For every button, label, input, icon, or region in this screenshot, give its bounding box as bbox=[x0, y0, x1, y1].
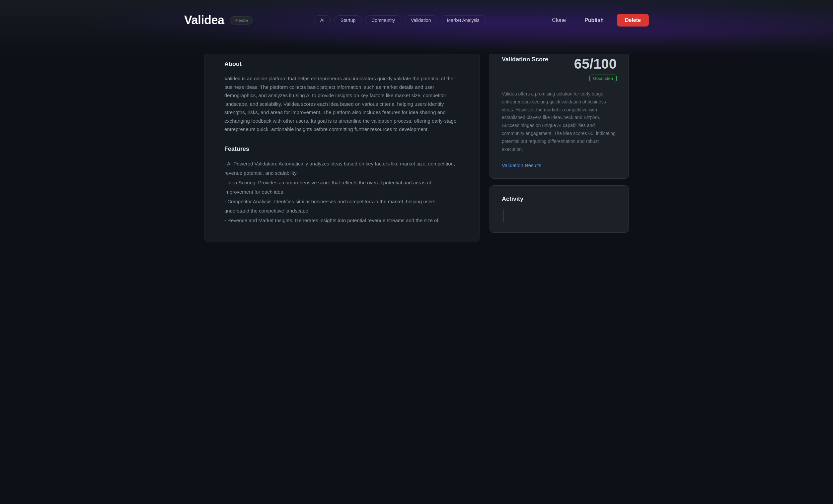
score-block: 65/100 Good idea bbox=[574, 56, 617, 82]
clone-button[interactable]: Clone bbox=[547, 15, 571, 26]
private-badge: Private bbox=[230, 16, 253, 25]
tag-validation[interactable]: Validation bbox=[405, 15, 437, 25]
score-badge: Good idea bbox=[589, 75, 617, 82]
left-panel: About Validea is an online platform that… bbox=[204, 44, 480, 242]
features-title: Features bbox=[224, 146, 459, 153]
activity-card: Activity bbox=[490, 185, 629, 233]
validation-results-link[interactable]: Validation Results bbox=[502, 162, 541, 168]
feature-item-1: - AI-Powered Validation: Automatically a… bbox=[224, 159, 459, 178]
activity-title: Activity bbox=[502, 196, 617, 203]
tag-ai[interactable]: AI bbox=[314, 15, 331, 25]
tag-community[interactable]: Community bbox=[365, 15, 401, 25]
validation-header: Validation Score 65/100 Good idea bbox=[502, 56, 617, 82]
feature-item-2: - Idea Scoring: Provides a comprehensive… bbox=[224, 178, 459, 197]
about-body: Validea is an online platform that helps… bbox=[224, 74, 459, 134]
main-content: About Validea is an online platform that… bbox=[184, 44, 649, 262]
feature-item-4: - Revenue and Market Insights: Generates… bbox=[224, 216, 459, 225]
tag-startup[interactable]: Startup bbox=[334, 15, 362, 25]
header: Validea Private AI Startup Community Val… bbox=[0, 0, 833, 54]
score-number: 65/100 bbox=[574, 56, 617, 72]
tag-market-analysis[interactable]: Market Analysis bbox=[441, 15, 486, 25]
delete-button[interactable]: Delete bbox=[617, 14, 649, 27]
about-title: About bbox=[224, 61, 459, 68]
validation-title: Validation Score bbox=[502, 56, 548, 63]
activity-bar bbox=[503, 209, 504, 223]
header-left: Validea Private bbox=[184, 13, 253, 27]
feature-item-3: - Competitor Analysis: Identifies simila… bbox=[224, 197, 459, 216]
app-title: Validea bbox=[184, 13, 224, 27]
features-list: - AI-Powered Validation: Automatically a… bbox=[224, 159, 459, 225]
header-tags: AI Startup Community Validation Market A… bbox=[314, 15, 486, 25]
validation-card: Validation Score 65/100 Good idea Valide… bbox=[490, 44, 629, 179]
publish-button[interactable]: Publish bbox=[579, 15, 609, 26]
validation-description: Validea offers a promising solution for … bbox=[502, 90, 617, 153]
right-panel: Validation Score 65/100 Good idea Valide… bbox=[490, 44, 629, 242]
header-actions: Clone Publish Delete bbox=[547, 14, 649, 27]
